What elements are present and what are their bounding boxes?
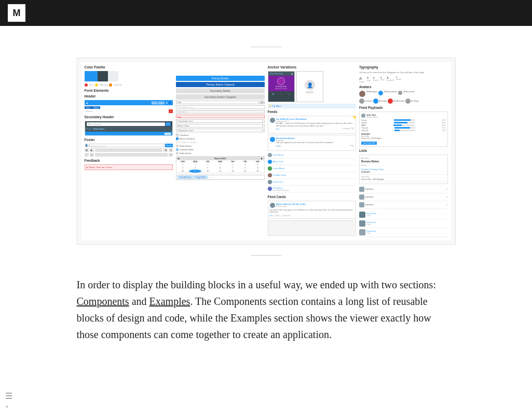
components-link[interactable]: Components bbox=[77, 296, 129, 307]
cb-item-disabled: Disabled Checkbox bbox=[176, 141, 265, 144]
logo[interactable]: M bbox=[8, 4, 25, 22]
payload-label-3: BMW bbox=[361, 124, 366, 127]
payload-bar-1 bbox=[394, 119, 415, 121]
lists-card: Account: Banana Babes Items: Schedule Ch… bbox=[359, 155, 448, 184]
footer-icon-share: ⬡ bbox=[90, 153, 94, 157]
list-icon-count-3: 2 bbox=[446, 203, 447, 206]
left-sidebar: ☰ + bbox=[0, 386, 26, 419]
avatar-size-label-1: 80x80 (large) bbox=[366, 91, 377, 93]
examples-link[interactable]: Examples bbox=[149, 296, 190, 307]
list-icon-2 bbox=[359, 194, 364, 200]
dot-warning-label: Warning bbox=[100, 83, 107, 87]
form-elements-title: Form Elements bbox=[85, 89, 173, 92]
feedback-error-icon: ⊗ bbox=[86, 166, 88, 169]
feed-unlike-2: Unlike bbox=[276, 145, 281, 147]
payload-header: John Doe Banana Babes bbox=[361, 114, 446, 118]
main-content: Color Palette Error Warning Calendar bbox=[0, 26, 532, 364]
sidebar-list-icon[interactable]: ☰ bbox=[5, 391, 21, 401]
payload-meta: John Doe Banana Babes bbox=[366, 114, 378, 118]
anchor-section: Anchor Variations Search this feed ⊞ Pri… bbox=[268, 65, 357, 108]
sidebar-plus-icon[interactable]: + bbox=[5, 403, 21, 411]
sec-header-filter: From: Public: Open bbox=[85, 127, 173, 132]
find-content-3: Final Look 2 hrs bbox=[366, 230, 376, 234]
footer-comment-input: Write a Comment... bbox=[89, 144, 165, 147]
list-icon-item-1: List Item 1 bbox=[359, 186, 448, 193]
payload-bar-fill-3 bbox=[393, 124, 402, 126]
list-items-label: Items: bbox=[361, 164, 446, 166]
cal-13: 13 bbox=[214, 170, 226, 173]
avatar-status-4: No Reply bbox=[405, 99, 418, 104]
article-section: In order to display the building blocks … bbox=[77, 266, 456, 353]
find-list-items: Final Look 2 hrs Final Look 2 hrs bbox=[359, 211, 448, 237]
clear-btn: Clear bbox=[165, 133, 171, 135]
cal-month: March 2013 bbox=[214, 157, 226, 160]
feed-body-2: That was supposed to be next week. You n… bbox=[276, 142, 354, 144]
person-1: Carl Garner bbox=[268, 152, 357, 159]
list-icon-label-1: List Item bbox=[365, 188, 445, 190]
typo-small: A Small bbox=[380, 76, 385, 83]
find-content-2: Final Look 2 hrs bbox=[366, 221, 376, 226]
phone-phone-icon: 📞 bbox=[279, 92, 282, 95]
cal-header: ◀ March 2013 ▶ bbox=[176, 157, 264, 160]
radio-label-selected: Selected Radio bbox=[180, 148, 194, 151]
list-icon-count-1: 1 bbox=[446, 188, 447, 190]
avatar-status-icon-2 bbox=[373, 99, 378, 104]
list-icon-item-2: List Item 3 bbox=[359, 193, 448, 201]
feed-card-text: You want a tref? I can get you a tref. B… bbox=[270, 209, 354, 214]
avatar-small-1 bbox=[398, 91, 402, 95]
tag-inputs: Grant Anderson Craig Villains × bbox=[176, 175, 265, 180]
person-privy-desc: If you stand in the yard... bbox=[273, 189, 290, 191]
find-avatar-2 bbox=[359, 220, 365, 227]
anchor-title: Anchor Variations bbox=[268, 65, 357, 69]
payload-label-5: Tesla (2) bbox=[361, 130, 368, 132]
radio-1 bbox=[176, 145, 179, 147]
list-saved-content: Saved By: Green Oct - 50k Widgets bbox=[361, 176, 384, 180]
secondary-header-title: Secondary Header bbox=[85, 115, 173, 119]
footer-title: Footer bbox=[85, 138, 173, 142]
payload-item-fuerny: Fuerny 80% bbox=[361, 119, 446, 121]
feed-avatar-2 bbox=[270, 137, 275, 142]
cb-label-disabled: Disabled Checkbox bbox=[180, 141, 197, 144]
sec-header-top: MBJ / Haneda 🔍 bbox=[85, 121, 173, 127]
footer-send-label: Send bbox=[167, 144, 171, 147]
cb-item-active: ✓ Active Checkbox bbox=[176, 137, 265, 140]
avatar-status-label-3: Not Attending bbox=[393, 100, 404, 102]
ui-kit-screenshot: Color Palette Error Warning Calendar bbox=[77, 58, 456, 245]
footer-send-btn: Send bbox=[165, 144, 173, 147]
left-column: Color Palette Error Warning Calendar bbox=[85, 65, 173, 237]
filter-from-label: From: bbox=[87, 128, 91, 130]
person-list: Carl Garner Alison Cole Joona Blosw bbox=[268, 152, 357, 193]
list-icon-item-3: List Item 2 bbox=[359, 201, 448, 209]
feed-payloads-section: Feed Payloads John Doe Banana Babes Fuer… bbox=[359, 106, 448, 147]
tip-action: More bbox=[276, 105, 281, 107]
person-avatar-4 bbox=[268, 173, 272, 177]
payload-pct-2: 65% bbox=[442, 122, 445, 124]
color-palette-title: Color Palette bbox=[85, 65, 173, 69]
avatar-row-large: 80x80 (large) 40x40 (medium) 40x40 (smal… bbox=[359, 91, 448, 97]
feed-card-comments-count: 1 comment bbox=[281, 215, 290, 217]
list-icon-3 bbox=[359, 202, 364, 207]
find-item-2: Final Look 2 hrs bbox=[359, 219, 448, 228]
checkboxes: Checkbox ✓ Active Checkbox Disabled Chec… bbox=[176, 134, 265, 155]
btn-primary-tapped: Primary Button (Tapped) bbox=[176, 82, 265, 87]
typo-sizes: A Largest A Large A Default A bbox=[359, 76, 448, 83]
footer-icon-prev: ◀ bbox=[85, 148, 89, 152]
secondary-header-mini: MBJ / Haneda 🔍 From: Public: Open Clear bbox=[85, 121, 173, 136]
second-column: Primary Button Primary Button (Tapped) S… bbox=[176, 65, 265, 237]
footer-icon-next: ▶ bbox=[90, 148, 94, 152]
payload-item-bmw: BMW 40% bbox=[361, 124, 446, 127]
payload-label-4: Tesla (1) bbox=[361, 127, 368, 129]
placeholder-input: Placeholder Text bbox=[176, 105, 265, 109]
header-mini-logo: ◉ bbox=[86, 102, 88, 104]
phone-topbar-1: Search this feed ⊞ bbox=[268, 72, 294, 76]
footer-icon-more: ⋯ bbox=[169, 153, 173, 157]
typo-large-label: Large bbox=[366, 79, 371, 81]
tip-text: Tip bbox=[272, 105, 275, 107]
swatch-blue bbox=[85, 71, 98, 81]
footer-icon-grid: ⊞ bbox=[163, 148, 168, 152]
feed-count-1: 1 post ago (? 92) bbox=[342, 128, 354, 130]
payload-bar-5 bbox=[394, 130, 415, 131]
avatar-status-row: Cadastro Attending Not Attending No bbox=[359, 99, 448, 104]
typo-semibold: A Semibold bbox=[387, 76, 393, 83]
feed-text-2: Wesley Remikation 3 days ago That was su… bbox=[276, 137, 354, 147]
